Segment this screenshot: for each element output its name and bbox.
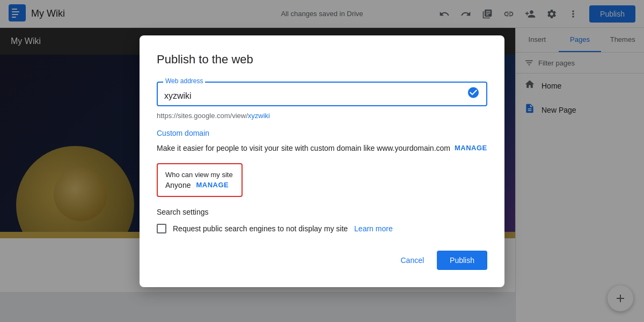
who-can-view-anyone: Anyone <box>165 181 191 189</box>
custom-domain-manage-link[interactable]: MANAGE <box>455 144 487 152</box>
search-checkbox-row: Request public search engines to not dis… <box>157 224 487 233</box>
dialog-actions: Cancel Publish <box>157 251 487 270</box>
learn-more-link[interactable]: Learn more <box>354 224 393 233</box>
search-checkbox-label: Request public search engines to not dis… <box>173 224 348 233</box>
modal-overlay[interactable]: Publish to the web Web address https://s… <box>0 0 644 322</box>
who-can-view-section: Who can view my site Anyone MANAGE <box>157 163 243 197</box>
custom-domain-link[interactable]: Custom domain <box>157 129 209 137</box>
search-settings-title: Search settings <box>157 208 487 216</box>
who-can-view-value: Anyone MANAGE <box>165 181 234 189</box>
web-address-input[interactable] <box>164 91 460 101</box>
search-checkbox[interactable] <box>157 224 166 233</box>
field-url: https://sites.google.com/view/xyzwiki <box>157 109 487 128</box>
check-icon <box>467 86 480 101</box>
publish-button[interactable]: Publish <box>437 251 487 270</box>
who-can-view-manage-link[interactable]: MANAGE <box>196 181 229 189</box>
web-address-field: Web address <box>157 82 487 106</box>
custom-domain-text: Make it easier for people to visit your … <box>157 144 450 152</box>
custom-domain-desc: Make it easier for people to visit your … <box>157 144 487 152</box>
dialog-title: Publish to the web <box>157 53 487 67</box>
who-can-view-title: Who can view my site <box>165 171 234 179</box>
web-address-label: Web address <box>163 77 205 85</box>
publish-dialog: Publish to the web Web address https://s… <box>140 35 504 287</box>
cancel-button[interactable]: Cancel <box>392 251 433 270</box>
field-url-slug: xyzwiki <box>248 112 270 120</box>
